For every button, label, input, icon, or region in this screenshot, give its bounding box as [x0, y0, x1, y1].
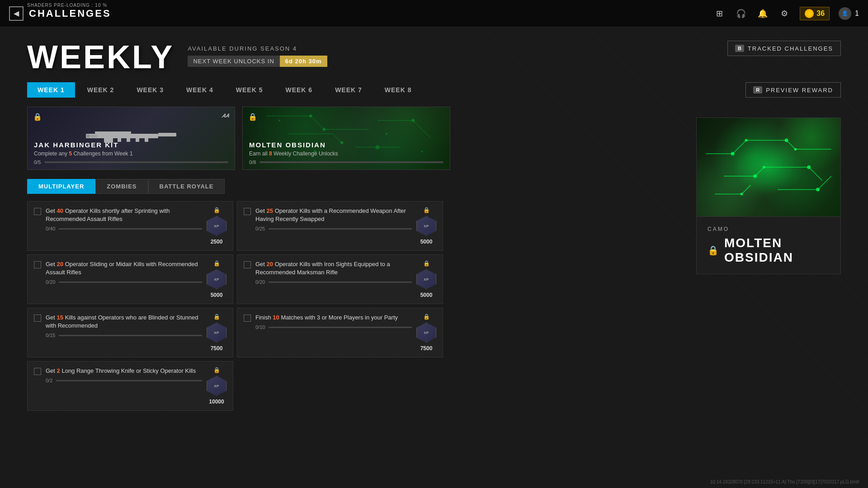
tracked-label: TRACKED CHALLENGES — [748, 45, 833, 52]
svg-point-42 — [785, 139, 788, 142]
week-tab-8[interactable]: WEEK 8 — [374, 82, 422, 98]
camo-type-label: CAMO — [708, 226, 830, 232]
challenge-progress-4: 0/20 — [255, 279, 412, 285]
svg-line-11 — [311, 116, 324, 130]
notifications-icon[interactable]: 🔔 — [756, 7, 769, 20]
challenge-lock-3: 🔒 — [213, 260, 220, 267]
svg-point-19 — [323, 128, 326, 131]
rank-badge: 👤 1 — [839, 7, 859, 20]
challenge-progress-3: 0/20 — [46, 279, 202, 285]
jak-progress-text: 0/5 — [34, 160, 41, 165]
molten-reward-card[interactable]: 🔒 MOLTEN OBSIDIAN Earn all 8 Weekly Chal… — [242, 107, 450, 170]
weekly-title: WEEKLY — [27, 41, 174, 73]
xp-badge-7: XP — [207, 376, 226, 396]
xp-badge-3: XP — [207, 269, 226, 289]
challenge-right-7: 🔒 XP 10000 — [207, 367, 226, 405]
currency-icon — [805, 9, 814, 18]
week-tab-3[interactable]: WEEK 3 — [126, 82, 174, 98]
svg-point-40 — [731, 152, 735, 155]
challenge-checkbox-3[interactable] — [34, 261, 41, 268]
svg-point-47 — [741, 192, 743, 195]
challenge-progress-6: 0/10 — [255, 324, 412, 330]
challenge-progress-1: 0/40 — [46, 226, 202, 231]
top-bar: ◀ SHADERS PRE-LOADING : 10 % CHALLENGES … — [0, 0, 868, 27]
challenge-item-7: Get 2 Long Range Throwing Knife or Stick… — [27, 361, 233, 411]
challenge-item-6: Finish 10 Matches with 3 or More Players… — [237, 308, 443, 357]
molten-lock-icon: 🔒 — [248, 113, 257, 121]
available-text: AVAILABLE DURING SEASON 4 — [188, 45, 327, 52]
xp-amount-2: 5000 — [420, 239, 433, 245]
challenge-right-1: 🔒 XP 2500 — [207, 207, 226, 245]
ch-prog-text-7: 0/2 — [46, 378, 52, 383]
cat-tab-battle-royale[interactable]: BATTLE ROYALE — [148, 179, 225, 194]
reward-info-panel: CAMO 🔒 MOLTEN OBSIDIAN — [696, 217, 841, 274]
svg-line-35 — [809, 167, 822, 181]
preview-key: R — [753, 86, 762, 94]
svg-rect-1 — [95, 131, 131, 134]
xp-badge-6: XP — [416, 323, 436, 343]
camo-name-text: MOLTEN OBSIDIAN — [724, 236, 830, 265]
week-tab-4[interactable]: WEEK 4 — [176, 82, 224, 98]
challenge-desc-4: Get 20 Operator Kills with Iron Sights E… — [255, 260, 412, 277]
jak-reward-card[interactable]: 🔒 𝘈𝘈 — [27, 107, 235, 170]
jak-lock-icon: 🔒 — [33, 113, 42, 121]
xp-amount-7: 10000 — [209, 399, 224, 405]
back-button[interactable]: ◀ — [9, 6, 24, 21]
grid-icon[interactable]: ⊞ — [713, 7, 726, 20]
main-content: WEEKLY AVAILABLE DURING SEASON 4 NEXT WE… — [0, 27, 868, 420]
challenge-item-2: Get 25 Operator Kills with a Recommended… — [237, 201, 443, 251]
ch-prog-text-3: 0/20 — [46, 279, 55, 285]
week-tab-5[interactable]: WEEK 5 — [226, 82, 274, 98]
xp-amount-3: 5000 — [211, 292, 223, 298]
challenge-right-2: 🔒 XP 5000 — [416, 207, 436, 245]
currency-badge: 36 — [800, 7, 830, 20]
ch-prog-text-4: 0/20 — [255, 279, 265, 285]
challenge-content-5: Get 15 Kills against Operators who are B… — [46, 314, 202, 338]
challenge-lock-4: 🔒 — [423, 260, 430, 267]
challenge-checkbox-2[interactable] — [244, 208, 251, 215]
tracked-challenges-button[interactable]: B TRACKED CHALLENGES — [727, 41, 841, 56]
challenge-content-4: Get 20 Operator Kills with Iron Sights E… — [255, 260, 412, 285]
challenge-content-3: Get 20 Operator Sliding or Midair Kills … — [46, 260, 202, 285]
svg-point-41 — [745, 139, 747, 142]
ch-prog-bar-bg-4 — [269, 282, 412, 283]
xp-amount-5: 7500 — [211, 345, 223, 352]
unlock-banner: NEXT WEEK UNLOCKS IN 6d 20h 30m — [188, 56, 327, 67]
settings-icon[interactable]: ⚙ — [778, 7, 791, 20]
jak-progress: 0/5 — [34, 160, 228, 165]
challenge-checkbox-4[interactable] — [244, 261, 251, 268]
challenge-checkbox-6[interactable] — [244, 314, 251, 322]
week-tab-6[interactable]: WEEK 6 — [275, 82, 323, 98]
challenge-checkbox-7[interactable] — [34, 368, 41, 375]
ch-prog-text-1: 0/40 — [46, 226, 55, 231]
headphones-icon[interactable]: 🎧 — [735, 7, 747, 20]
svg-point-21 — [412, 119, 415, 122]
challenge-progress-7: 0/2 — [46, 378, 202, 383]
cat-tab-zombies[interactable]: ZOMBIES — [95, 179, 148, 194]
xp-amount-1: 2500 — [211, 239, 223, 245]
rank-icon: 👤 — [839, 7, 851, 20]
week-tab-7[interactable]: WEEK 7 — [325, 82, 373, 98]
week-tab-1[interactable]: WEEK 1 — [27, 82, 75, 98]
challenge-lock-2: 🔒 — [423, 207, 430, 213]
cat-tab-multiplayer[interactable]: MULTIPLAYER — [27, 179, 95, 194]
challenge-progress-2: 0/25 — [255, 226, 412, 231]
ch-prog-bar-bg-3 — [59, 282, 202, 283]
challenge-item-5: Get 15 Kills against Operators who are B… — [27, 308, 233, 357]
xp-badge-2: XP — [416, 216, 436, 236]
molten-card-name: MOLTEN OBSIDIAN — [249, 141, 443, 149]
challenge-checkbox-1[interactable] — [34, 208, 41, 215]
challenge-right-3: 🔒 XP 5000 — [207, 260, 226, 298]
challenge-desc-3: Get 20 Operator Sliding or Midair Kills … — [46, 260, 202, 277]
challenge-item-3: Get 20 Operator Sliding or Midair Kills … — [27, 254, 233, 304]
challenge-checkbox-5[interactable] — [34, 314, 41, 322]
week-tab-2[interactable]: WEEK 2 — [77, 82, 125, 98]
preview-reward-button[interactable]: R PREVIEW REWARD — [745, 82, 841, 98]
molten-progress-text: 0/8 — [249, 160, 256, 165]
challenge-content-6: Finish 10 Matches with 3 or More Players… — [255, 314, 412, 330]
unlock-label: NEXT WEEK UNLOCKS IN — [188, 56, 279, 67]
molten-progress-bar-bg — [259, 161, 443, 163]
challenge-desc-7: Get 2 Long Range Throwing Knife or Stick… — [46, 367, 202, 375]
svg-point-48 — [816, 188, 820, 192]
ch-prog-bar-bg-6 — [269, 327, 412, 328]
